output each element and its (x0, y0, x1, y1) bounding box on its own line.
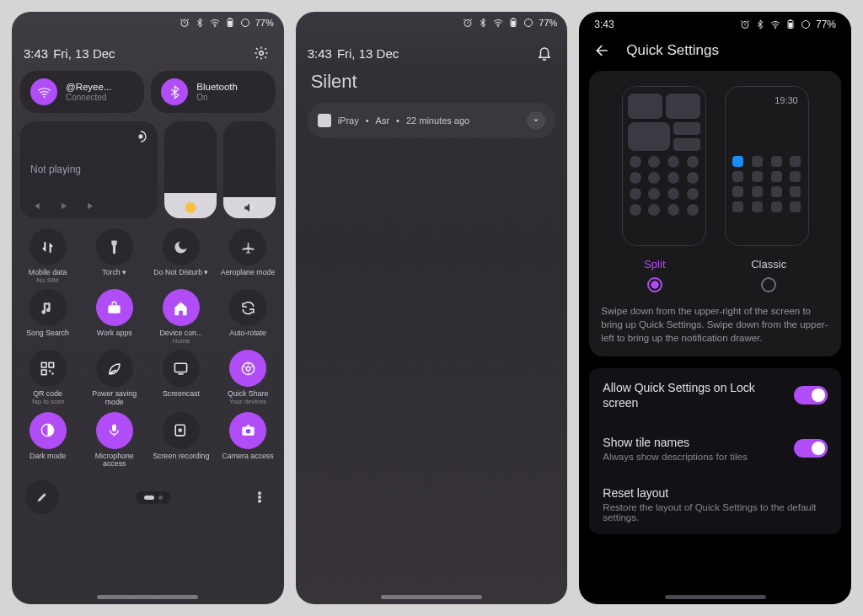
nav-handle[interactable] (97, 595, 198, 599)
setting-title: Allow Quick Settings on Lock screen (603, 380, 784, 410)
wifi-icon (210, 18, 220, 28)
tile-label: Microphone access (83, 453, 145, 469)
more-menu-button[interactable] (249, 486, 271, 508)
bluetooth-icon (478, 18, 488, 28)
alarm-icon (740, 19, 750, 29)
section-heading: Silent (296, 71, 568, 103)
clock: 3:43 (308, 46, 332, 61)
qs-tile-contrast[interactable]: Dark mode (17, 412, 78, 469)
notification-item[interactable]: iPray • Asr • 22 minutes ago (308, 103, 556, 138)
alarm-icon (180, 18, 190, 28)
qs-tile-plane[interactable]: Aeroplane mode (217, 228, 279, 284)
tile-label: Camera access (222, 453, 274, 461)
alarm-icon (463, 18, 473, 28)
qs-tile-flashlight[interactable]: Torch ▾ (83, 228, 145, 284)
play-icon[interactable] (58, 201, 69, 212)
camera-icon (229, 412, 266, 449)
qs-tile-camera[interactable]: Camera access (217, 412, 279, 469)
setting-tile-names[interactable]: Show tile namesAlways show descriptions … (589, 423, 841, 474)
bluetooth-icon (161, 78, 188, 105)
plane-icon (229, 228, 266, 265)
classic-label: Classic (751, 258, 786, 271)
wifi-icon (30, 78, 57, 105)
battery-percent: 77% (539, 18, 557, 28)
status-bar: 77% (296, 12, 568, 34)
flashlight-icon (96, 228, 133, 265)
qs-tile-moon[interactable]: Do Not Disturb ▾ (150, 228, 212, 284)
leaf-icon (96, 350, 133, 387)
contrast-icon (29, 412, 67, 449)
qs-tile-home[interactable]: Device con...Home (150, 289, 212, 345)
brightness-slider[interactable] (164, 121, 217, 218)
settings-button[interactable] (250, 42, 272, 64)
tile-label: Device con...Home (159, 329, 202, 345)
wifi-tile[interactable]: @Reyee...Connected (20, 71, 144, 113)
qs-tile-mic[interactable]: Microphone access (83, 412, 145, 469)
page-indicator[interactable] (136, 491, 171, 504)
qs-tile-leaf[interactable]: Power saving mode (83, 350, 145, 406)
media-card[interactable]: Not playing (20, 121, 158, 218)
notif-subject: Asr (376, 115, 390, 126)
setting-reset-layout[interactable]: Reset layoutRestore the layout of Quick … (589, 474, 841, 534)
data-saver-icon (801, 19, 811, 29)
media-output-icon[interactable] (134, 130, 147, 143)
mic-icon (96, 412, 133, 449)
quick-settings-config: 3:43 77% Quick Settings 19:30 (579, 12, 851, 604)
wifi-icon (493, 18, 503, 28)
tile-label: Quick ShareYour devices (228, 390, 268, 405)
back-button[interactable] (594, 42, 611, 59)
battery-icon (225, 18, 235, 28)
radio-unselected[interactable] (761, 277, 776, 292)
option-split[interactable]: Split (644, 258, 665, 292)
tile-label: Screencast (163, 390, 200, 399)
notification-shade: 77% 3:43Fri, 13 Dec Silent iPray • Asr •… (296, 12, 568, 604)
edit-tiles-button[interactable] (25, 480, 59, 514)
toggle-on[interactable] (794, 439, 828, 458)
volume-slider[interactable] (223, 121, 276, 218)
tile-label: Torch ▾ (102, 269, 126, 277)
setting-lock-screen[interactable]: Allow Quick Settings on Lock screen (589, 368, 841, 422)
data-saver-icon (240, 18, 250, 28)
tile-label: Aeroplane mode (221, 269, 276, 277)
qs-tile-rotate[interactable]: Auto-rotate (217, 289, 279, 345)
tile-label: Auto-rotate (229, 329, 266, 338)
bt-name: Bluetooth (196, 82, 238, 93)
qs-tile-grid: Mobile dataNo SIM Torch ▾ Do Not Disturb… (12, 218, 284, 469)
wifi-name: @Reyee... (66, 82, 112, 93)
setting-title: Reset layout (603, 485, 828, 501)
status-bar: 3:43 77% (579, 12, 851, 34)
option-classic[interactable]: Classic (751, 258, 786, 292)
wifi-icon (770, 19, 780, 29)
qs-tile-record[interactable]: Screen recording (150, 412, 212, 469)
battery-icon (508, 18, 518, 28)
radio-selected[interactable] (647, 277, 662, 292)
bt-sub: On (196, 93, 238, 103)
toggle-on[interactable] (794, 386, 828, 404)
nav-handle[interactable] (381, 595, 482, 599)
bluetooth-icon (755, 19, 765, 29)
prev-icon[interactable] (30, 201, 41, 212)
notification-settings-button[interactable] (533, 42, 555, 64)
tile-label: Power saving mode (83, 390, 145, 406)
bluetooth-tile[interactable]: BluetoothOn (151, 71, 275, 113)
battery-percent: 77% (816, 19, 836, 30)
qs-tile-cast[interactable]: Screencast (150, 350, 212, 406)
qs-tile-note[interactable]: Song Search (17, 289, 78, 345)
expand-button[interactable] (527, 111, 545, 130)
share-icon (229, 350, 266, 387)
clock: 3:43 (594, 19, 614, 30)
cast-icon (163, 350, 200, 387)
qs-tile-share[interactable]: Quick ShareYour devices (217, 350, 279, 406)
classic-preview[interactable]: 19:30 (725, 86, 809, 246)
split-preview[interactable] (622, 86, 706, 246)
qs-tile-briefcase[interactable]: Work apps (83, 289, 145, 345)
tile-label: QR codeTap to scan (31, 390, 65, 405)
qs-tile-qr[interactable]: QR codeTap to scan (17, 350, 78, 406)
layout-preview-card: 19:30 Split Classic Swipe down from the … (589, 71, 841, 356)
next-icon[interactable] (86, 201, 97, 212)
quick-settings-panel-expanded: 77% 3:43Fri, 13 Dec @Reyee...Connected B… (12, 12, 284, 604)
qs-tile-arrows-updown[interactable]: Mobile dataNo SIM (17, 228, 78, 284)
nav-handle[interactable] (665, 595, 766, 599)
tile-label: Work apps (97, 329, 132, 338)
setting-title: Show tile names (603, 435, 784, 450)
